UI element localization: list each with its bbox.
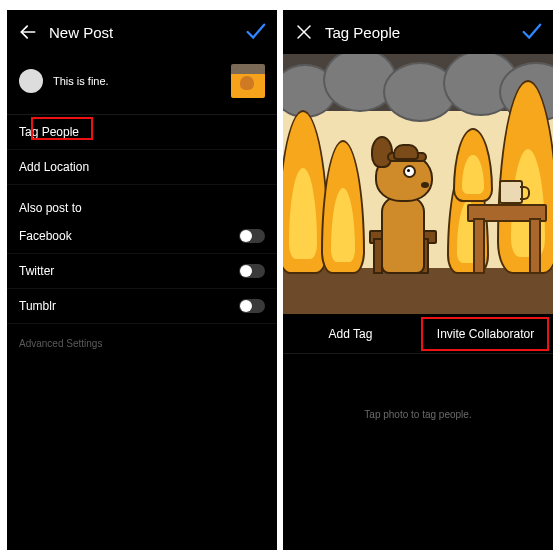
page-title: Tag People [315, 24, 519, 41]
advanced-settings-row[interactable]: Advanced Settings [7, 324, 277, 363]
add-location-row[interactable]: Add Location [7, 150, 277, 185]
screen-tag-people: Tag People [283, 10, 553, 550]
post-thumbnail[interactable] [231, 64, 265, 98]
post-image[interactable] [283, 54, 553, 314]
tag-tabs: Add Tag Invite Collaborator [283, 314, 553, 354]
caption-row: This is fine. [7, 54, 277, 114]
close-icon[interactable] [293, 21, 315, 43]
dog-illustration [361, 144, 451, 274]
avatar [19, 69, 43, 93]
confirm-check-icon[interactable] [519, 21, 543, 43]
title-bar: New Post [7, 10, 277, 54]
tumblr-toggle[interactable] [239, 299, 265, 313]
twitter-toggle-row: Twitter [7, 254, 277, 289]
tag-people-row[interactable]: Tag People [7, 115, 277, 150]
twitter-toggle[interactable] [239, 264, 265, 278]
tab-add-tag[interactable]: Add Tag [283, 314, 418, 354]
back-arrow-icon[interactable] [17, 21, 39, 43]
facebook-toggle[interactable] [239, 229, 265, 243]
add-location-label: Add Location [19, 160, 89, 174]
caption-input[interactable]: This is fine. [53, 75, 221, 87]
screen-new-post: New Post This is fine. Tag People Add Lo… [7, 10, 277, 550]
page-title: New Post [39, 24, 243, 41]
tap-photo-hint: Tap photo to tag people. [283, 409, 553, 420]
confirm-check-icon[interactable] [243, 21, 267, 43]
also-post-to-label: Also post to [7, 185, 277, 219]
facebook-label: Facebook [19, 229, 239, 243]
title-bar: Tag People [283, 10, 553, 54]
tumblr-toggle-row: Tumblr [7, 289, 277, 324]
tumblr-label: Tumblr [19, 299, 239, 313]
add-tag-label: Add Tag [329, 327, 373, 341]
facebook-toggle-row: Facebook [7, 219, 277, 254]
twitter-label: Twitter [19, 264, 239, 278]
mug-icon [499, 180, 523, 204]
tab-invite-collaborator[interactable]: Invite Collaborator [418, 314, 553, 354]
tag-people-label: Tag People [19, 125, 79, 139]
invite-collaborator-label: Invite Collaborator [437, 327, 534, 341]
